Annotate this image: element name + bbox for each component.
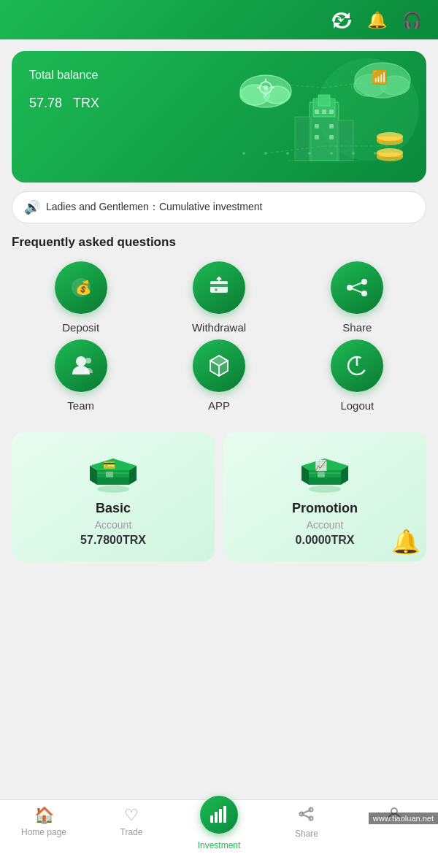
svg-rect-81 <box>318 472 325 477</box>
share-item[interactable]: Share <box>291 261 423 334</box>
headset-icon[interactable]: 🎧 <box>400 9 423 32</box>
svg-rect-22 <box>329 110 334 114</box>
app-item[interactable]: APP <box>153 339 285 412</box>
logout-circle <box>331 339 383 392</box>
svg-text:📈: 📈 <box>315 459 328 472</box>
svg-point-50 <box>215 288 218 291</box>
bell-icon[interactable]: 🔔 <box>365 9 388 32</box>
svg-line-93 <box>301 814 311 818</box>
svg-point-56 <box>76 356 86 366</box>
team-label: Team <box>67 399 94 412</box>
svg-text:💰: 💰 <box>75 280 92 296</box>
announcement-bar[interactable]: 🔊 Ladies and Gentlemen：Cumulative invest… <box>12 191 426 223</box>
account-cards: 💳 Basic Account 57.7800TRX 📈 Promotion A… <box>0 423 438 620</box>
svg-marker-66 <box>97 477 129 485</box>
svg-rect-88 <box>223 806 226 823</box>
svg-text:💳: 💳 <box>103 459 116 472</box>
svg-point-28 <box>242 152 245 155</box>
logout-item[interactable]: Logout <box>291 339 423 412</box>
svg-rect-24 <box>329 124 334 128</box>
promotion-amount: 0.0000TRX <box>296 534 355 547</box>
svg-rect-86 <box>215 812 218 823</box>
svg-rect-17 <box>318 95 330 106</box>
investment-center-circle <box>200 796 238 834</box>
svg-point-65 <box>97 485 129 493</box>
svg-rect-23 <box>315 124 319 128</box>
svg-text:⟳: ⟳ <box>332 12 345 28</box>
basic-type: Basic <box>96 501 131 516</box>
trade-nav-icon: ♡ <box>124 806 139 825</box>
balance-illustration: 📶 <box>222 51 426 183</box>
watermark: www.tiaoluan.net <box>369 813 438 824</box>
basic-account-card[interactable]: 💳 Basic Account 57.7800TRX <box>12 432 215 561</box>
svg-rect-85 <box>210 815 213 823</box>
balance-currency: TRX <box>73 96 99 110</box>
svg-rect-19 <box>337 120 353 161</box>
svg-line-54 <box>350 282 364 288</box>
svg-point-6 <box>264 85 268 90</box>
balance-card: Total balance 57.78 TRX <box>12 51 426 183</box>
withdrawal-item[interactable]: Withdrawal <box>153 261 285 334</box>
share-circle <box>331 261 383 314</box>
basic-amount: 57.7800TRX <box>80 534 146 547</box>
svg-rect-25 <box>315 135 319 139</box>
svg-rect-49 <box>210 284 228 287</box>
nav-trade[interactable]: ♡ Trade <box>106 806 157 861</box>
announcement-icon: 🔊 <box>24 199 40 215</box>
faq-title: Frequently asked questions <box>0 235 438 261</box>
nav-investment-label: Investment <box>198 840 241 850</box>
svg-rect-71 <box>106 472 113 477</box>
team-circle <box>55 339 107 392</box>
basic-sublabel: Account <box>95 519 132 531</box>
svg-rect-26 <box>329 135 334 139</box>
svg-rect-21 <box>322 110 326 114</box>
logout-label: Logout <box>340 399 374 412</box>
nav-investment[interactable]: Investment <box>193 796 245 850</box>
svg-point-32 <box>330 152 333 155</box>
nav-share[interactable]: Share <box>281 806 332 861</box>
deposit-item[interactable]: 💰 Deposit <box>15 261 147 334</box>
svg-rect-20 <box>315 110 319 114</box>
nav-home-label: Home page <box>21 827 66 837</box>
balance-value: 57.78 <box>29 96 62 110</box>
svg-rect-87 <box>219 809 222 823</box>
app-label: APP <box>208 399 230 412</box>
svg-text:📶: 📶 <box>372 69 388 85</box>
deposit-label: Deposit <box>62 321 99 334</box>
bottom-nav: 🏠 Home page ♡ Trade Investment S <box>0 799 438 868</box>
svg-marker-76 <box>309 477 341 485</box>
svg-point-31 <box>308 152 311 155</box>
bell-badge: 🔔 <box>391 528 420 556</box>
promotion-account-card[interactable]: 📈 Promotion Account 0.0000TRX 🔔 <box>223 432 426 561</box>
home-nav-icon: 🏠 <box>34 806 54 825</box>
share-label: Share <box>342 321 372 334</box>
promotion-card-icon: 📈 <box>301 447 348 493</box>
svg-point-75 <box>309 485 341 493</box>
svg-line-55 <box>350 288 364 293</box>
svg-point-38 <box>377 132 403 141</box>
app-header: ⟳ 🔔 🎧 <box>0 0 438 39</box>
svg-point-30 <box>286 152 289 155</box>
nav-trade-label: Trade <box>120 827 143 837</box>
svg-point-57 <box>85 358 91 364</box>
svg-line-92 <box>301 810 311 814</box>
deposit-circle: 💰 <box>55 261 107 314</box>
basic-card-icon: 💳 <box>90 447 137 493</box>
announcement-text: Ladies and Gentlemen：Cumulative investme… <box>46 201 263 214</box>
team-item[interactable]: Team <box>15 339 147 412</box>
svg-point-41 <box>377 148 403 157</box>
withdrawal-circle <box>193 261 245 314</box>
withdrawal-label: Withdrawal <box>192 321 246 334</box>
nav-home[interactable]: 🏠 Home page <box>18 806 69 861</box>
promotion-type: Promotion <box>292 501 358 516</box>
action-grid: 💰 Deposit Withdrawal <box>0 261 438 418</box>
promotion-sublabel: Account <box>307 519 344 531</box>
svg-point-33 <box>352 152 355 155</box>
share-nav-icon <box>299 806 315 826</box>
app-circle <box>193 339 245 392</box>
svg-point-34 <box>374 152 377 155</box>
nav-share-label: Share <box>295 829 318 839</box>
refresh-icon[interactable]: ⟳ <box>330 9 353 32</box>
